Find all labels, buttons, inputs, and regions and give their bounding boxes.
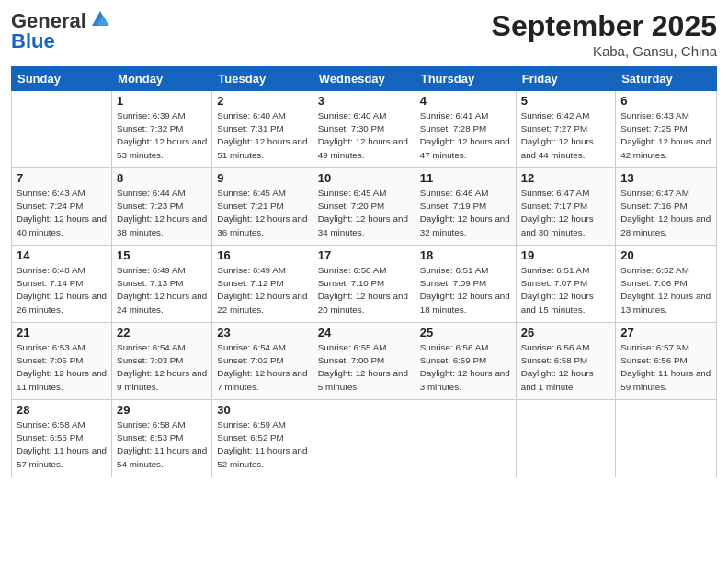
calendar-cell: 13Sunrise: 6:47 AM Sunset: 7:16 PM Dayli… bbox=[616, 168, 717, 246]
day-info: Sunrise: 6:51 AM Sunset: 7:07 PM Dayligh… bbox=[521, 264, 611, 316]
calendar-week-row: 28Sunrise: 6:58 AM Sunset: 6:55 PM Dayli… bbox=[12, 400, 717, 477]
calendar-cell: 16Sunrise: 6:49 AM Sunset: 7:12 PM Dayli… bbox=[212, 246, 313, 323]
calendar-cell: 21Sunrise: 6:53 AM Sunset: 7:05 PM Dayli… bbox=[12, 323, 112, 400]
title-block: September 2025 Kaba, Gansu, China bbox=[492, 9, 717, 59]
page-container: General Blue September 2025 Kaba, Gansu,… bbox=[0, 0, 728, 485]
calendar-cell: 1Sunrise: 6:39 AM Sunset: 7:32 PM Daylig… bbox=[112, 91, 212, 168]
day-info: Sunrise: 6:54 AM Sunset: 7:02 PM Dayligh… bbox=[217, 341, 307, 394]
calendar-cell bbox=[415, 400, 516, 477]
location: Kaba, Gansu, China bbox=[492, 43, 717, 59]
calendar-cell: 9Sunrise: 6:45 AM Sunset: 7:21 PM Daylig… bbox=[212, 168, 313, 246]
logo-icon bbox=[88, 7, 112, 31]
calendar-cell: 14Sunrise: 6:48 AM Sunset: 7:14 PM Dayli… bbox=[12, 246, 112, 323]
calendar-cell: 25Sunrise: 6:56 AM Sunset: 6:59 PM Dayli… bbox=[415, 323, 516, 400]
calendar-cell: 10Sunrise: 6:45 AM Sunset: 7:20 PM Dayli… bbox=[313, 168, 415, 246]
day-info: Sunrise: 6:41 AM Sunset: 7:28 PM Dayligh… bbox=[420, 109, 511, 162]
day-number: 4 bbox=[420, 94, 511, 108]
day-number: 30 bbox=[217, 403, 307, 417]
day-info: Sunrise: 6:47 AM Sunset: 7:16 PM Dayligh… bbox=[620, 187, 711, 239]
day-number: 27 bbox=[620, 326, 711, 339]
calendar-cell: 20Sunrise: 6:52 AM Sunset: 7:06 PM Dayli… bbox=[616, 246, 717, 323]
calendar-cell bbox=[516, 400, 616, 477]
day-number: 21 bbox=[17, 326, 107, 339]
calendar-table: SundayMondayTuesdayWednesdayThursdayFrid… bbox=[11, 66, 717, 477]
day-info: Sunrise: 6:56 AM Sunset: 6:59 PM Dayligh… bbox=[420, 341, 511, 394]
day-info: Sunrise: 6:58 AM Sunset: 6:55 PM Dayligh… bbox=[17, 419, 107, 471]
day-number: 25 bbox=[420, 326, 511, 339]
calendar-cell bbox=[12, 91, 112, 168]
calendar-cell: 11Sunrise: 6:46 AM Sunset: 7:19 PM Dayli… bbox=[415, 168, 516, 246]
day-number: 24 bbox=[318, 326, 410, 339]
day-info: Sunrise: 6:45 AM Sunset: 7:20 PM Dayligh… bbox=[318, 187, 410, 239]
calendar-cell bbox=[616, 400, 717, 477]
day-number: 26 bbox=[521, 326, 611, 339]
calendar-cell: 17Sunrise: 6:50 AM Sunset: 7:10 PM Dayli… bbox=[313, 246, 415, 323]
day-info: Sunrise: 6:56 AM Sunset: 6:58 PM Dayligh… bbox=[521, 341, 611, 394]
calendar-cell: 3Sunrise: 6:40 AM Sunset: 7:30 PM Daylig… bbox=[313, 91, 415, 168]
day-info: Sunrise: 6:39 AM Sunset: 7:32 PM Dayligh… bbox=[117, 109, 207, 162]
header: General Blue September 2025 Kaba, Gansu,… bbox=[11, 9, 717, 59]
day-number: 10 bbox=[318, 171, 410, 185]
calendar-cell: 2Sunrise: 6:40 AM Sunset: 7:31 PM Daylig… bbox=[212, 91, 313, 168]
day-number: 16 bbox=[217, 248, 307, 262]
calendar-week-row: 21Sunrise: 6:53 AM Sunset: 7:05 PM Dayli… bbox=[12, 323, 717, 400]
day-info: Sunrise: 6:45 AM Sunset: 7:21 PM Dayligh… bbox=[217, 187, 307, 239]
calendar-header-row: SundayMondayTuesdayWednesdayThursdayFrid… bbox=[12, 67, 717, 91]
calendar-cell: 5Sunrise: 6:42 AM Sunset: 7:27 PM Daylig… bbox=[516, 91, 616, 168]
weekday-header: Wednesday bbox=[313, 67, 415, 91]
day-number: 20 bbox=[620, 248, 711, 262]
weekday-header: Tuesday bbox=[212, 67, 313, 91]
day-number: 28 bbox=[17, 403, 107, 417]
calendar-week-row: 14Sunrise: 6:48 AM Sunset: 7:14 PM Dayli… bbox=[12, 246, 717, 323]
day-info: Sunrise: 6:53 AM Sunset: 7:05 PM Dayligh… bbox=[17, 341, 107, 394]
calendar-cell: 26Sunrise: 6:56 AM Sunset: 6:58 PM Dayli… bbox=[516, 323, 616, 400]
day-info: Sunrise: 6:51 AM Sunset: 7:09 PM Dayligh… bbox=[420, 264, 511, 316]
day-number: 11 bbox=[420, 171, 511, 185]
day-number: 5 bbox=[521, 94, 611, 108]
day-number: 13 bbox=[620, 171, 711, 185]
day-number: 15 bbox=[117, 248, 207, 262]
day-info: Sunrise: 6:43 AM Sunset: 7:24 PM Dayligh… bbox=[17, 187, 107, 239]
calendar-cell: 30Sunrise: 6:59 AM Sunset: 6:52 PM Dayli… bbox=[212, 400, 313, 477]
calendar-cell bbox=[313, 400, 415, 477]
day-number: 12 bbox=[521, 171, 611, 185]
day-info: Sunrise: 6:49 AM Sunset: 7:13 PM Dayligh… bbox=[117, 264, 207, 316]
month-title: September 2025 bbox=[492, 9, 717, 43]
calendar-week-row: 1Sunrise: 6:39 AM Sunset: 7:32 PM Daylig… bbox=[12, 91, 717, 168]
day-info: Sunrise: 6:40 AM Sunset: 7:31 PM Dayligh… bbox=[217, 109, 307, 162]
day-info: Sunrise: 6:42 AM Sunset: 7:27 PM Dayligh… bbox=[521, 109, 611, 162]
calendar-cell: 6Sunrise: 6:43 AM Sunset: 7:25 PM Daylig… bbox=[616, 91, 717, 168]
day-number: 3 bbox=[318, 94, 410, 108]
day-info: Sunrise: 6:44 AM Sunset: 7:23 PM Dayligh… bbox=[117, 187, 207, 239]
weekday-header: Sunday bbox=[12, 67, 112, 91]
calendar-cell: 23Sunrise: 6:54 AM Sunset: 7:02 PM Dayli… bbox=[212, 323, 313, 400]
day-number: 22 bbox=[117, 326, 207, 339]
calendar-cell: 24Sunrise: 6:55 AM Sunset: 7:00 PM Dayli… bbox=[313, 323, 415, 400]
weekday-header: Thursday bbox=[415, 67, 516, 91]
calendar-cell: 4Sunrise: 6:41 AM Sunset: 7:28 PM Daylig… bbox=[415, 91, 516, 168]
day-number: 14 bbox=[17, 248, 107, 262]
day-info: Sunrise: 6:54 AM Sunset: 7:03 PM Dayligh… bbox=[117, 341, 207, 394]
calendar-cell: 22Sunrise: 6:54 AM Sunset: 7:03 PM Dayli… bbox=[112, 323, 212, 400]
calendar-cell: 18Sunrise: 6:51 AM Sunset: 7:09 PM Dayli… bbox=[415, 246, 516, 323]
day-number: 2 bbox=[217, 94, 307, 108]
calendar-cell: 7Sunrise: 6:43 AM Sunset: 7:24 PM Daylig… bbox=[12, 168, 112, 246]
calendar-cell: 27Sunrise: 6:57 AM Sunset: 6:56 PM Dayli… bbox=[616, 323, 717, 400]
day-number: 19 bbox=[521, 248, 611, 262]
calendar-cell: 29Sunrise: 6:58 AM Sunset: 6:53 PM Dayli… bbox=[112, 400, 212, 477]
day-info: Sunrise: 6:49 AM Sunset: 7:12 PM Dayligh… bbox=[217, 264, 307, 316]
day-info: Sunrise: 6:58 AM Sunset: 6:53 PM Dayligh… bbox=[117, 419, 207, 471]
day-number: 8 bbox=[117, 171, 207, 185]
day-number: 18 bbox=[420, 248, 511, 262]
day-info: Sunrise: 6:52 AM Sunset: 7:06 PM Dayligh… bbox=[620, 264, 711, 316]
calendar-cell: 8Sunrise: 6:44 AM Sunset: 7:23 PM Daylig… bbox=[112, 168, 212, 246]
logo: General Blue bbox=[11, 9, 112, 53]
calendar-week-row: 7Sunrise: 6:43 AM Sunset: 7:24 PM Daylig… bbox=[12, 168, 717, 246]
day-number: 29 bbox=[117, 403, 207, 417]
weekday-header: Monday bbox=[112, 67, 212, 91]
calendar-cell: 15Sunrise: 6:49 AM Sunset: 7:13 PM Dayli… bbox=[112, 246, 212, 323]
day-number: 23 bbox=[217, 326, 307, 339]
calendar-cell: 28Sunrise: 6:58 AM Sunset: 6:55 PM Dayli… bbox=[12, 400, 112, 477]
calendar-cell: 12Sunrise: 6:47 AM Sunset: 7:17 PM Dayli… bbox=[516, 168, 616, 246]
day-info: Sunrise: 6:50 AM Sunset: 7:10 PM Dayligh… bbox=[318, 264, 410, 316]
